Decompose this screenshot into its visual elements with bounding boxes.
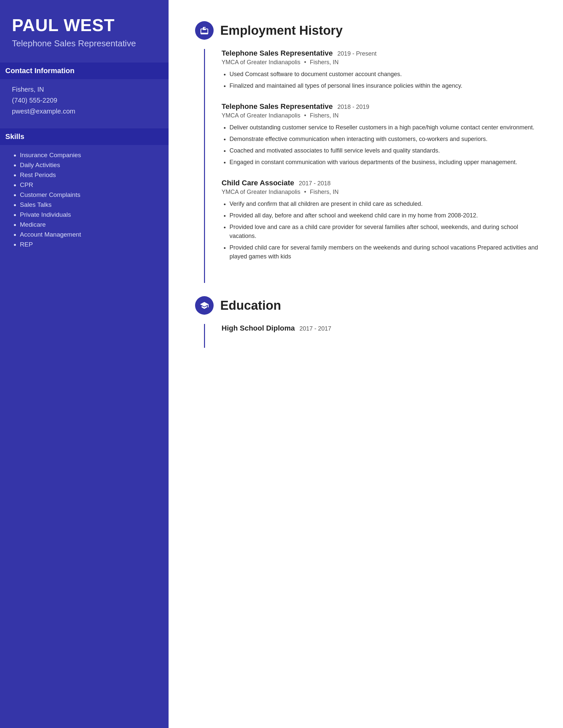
job-role: Telephone Sales Representative xyxy=(221,102,333,111)
job-role: Telephone Sales Representative xyxy=(221,49,333,58)
job-entry: Telephone Sales Representative2018 - 201… xyxy=(221,102,544,167)
job-role: Child Care Associate xyxy=(221,179,294,187)
job-entry: Telephone Sales Representative2019 - Pre… xyxy=(221,49,544,90)
job-company: YMCA of Greater Indianapolis • Fishers, … xyxy=(221,59,544,66)
job-bullet: Provided love and care as a child care p… xyxy=(229,223,544,241)
job-company: YMCA of Greater Indianapolis • Fishers, … xyxy=(221,112,544,119)
edu-dates: 2017 - 2017 xyxy=(300,325,331,332)
job-bullet: Engaged in constant communication with v… xyxy=(229,158,544,167)
education-section: Education High School Diploma2017 - 2017 xyxy=(195,296,544,348)
skill-item: Customer Complaints xyxy=(20,191,157,199)
skills-header: Skills xyxy=(0,128,168,145)
education-title-row: Education xyxy=(195,296,544,315)
job-title-row: Telephone Sales Representative2018 - 201… xyxy=(221,102,544,111)
education-section-title: Education xyxy=(220,298,281,313)
skill-item: REP xyxy=(20,241,157,248)
job-entry: Child Care Associate2017 - 2018YMCA of G… xyxy=(221,179,544,261)
job-title-row: Telephone Sales Representative2019 - Pre… xyxy=(221,49,544,58)
employment-section-title: Employment History xyxy=(220,23,343,38)
employment-timeline: Telephone Sales Representative2019 - Pre… xyxy=(204,49,544,283)
sidebar: PAUL WEST Telephone Sales Representative… xyxy=(0,0,168,728)
skills-list: Insurance CompaniesDaily ActivitiesRest … xyxy=(12,152,157,248)
contact-section: Contact Information Fishers, IN (740) 55… xyxy=(12,63,157,115)
skill-item: Rest Periods xyxy=(20,171,157,179)
job-dates: 2018 - 2019 xyxy=(338,104,369,111)
job-dates: 2017 - 2018 xyxy=(299,180,331,187)
edu-degree: High School Diploma xyxy=(221,324,295,333)
education-timeline: High School Diploma2017 - 2017 xyxy=(204,324,544,348)
job-bullet: Coached and motivated associates to fulf… xyxy=(229,146,544,155)
employment-section: Employment History Telephone Sales Repre… xyxy=(195,21,544,283)
contact-location: Fishers, IN xyxy=(12,86,157,93)
skill-item: Account Management xyxy=(20,231,157,238)
job-bullet: Verify and confirm that all children are… xyxy=(229,200,544,208)
job-bullet: Finalized and maintained all types of pe… xyxy=(229,81,544,90)
edu-degree-row: High School Diploma2017 - 2017 xyxy=(221,324,544,333)
job-bullet: Deliver outstanding customer service to … xyxy=(229,123,544,132)
job-title-row: Child Care Associate2017 - 2018 xyxy=(221,179,544,187)
skill-item: Private Individuals xyxy=(20,211,157,218)
job-dates: 2019 - Present xyxy=(338,50,377,57)
job-bullet: Provided all day, before and after schoo… xyxy=(229,211,544,220)
skill-item: Sales Talks xyxy=(20,201,157,208)
skill-item: CPR xyxy=(20,181,157,189)
job-bullet: Used Comcast software to document custom… xyxy=(229,70,544,79)
skill-item: Medicare xyxy=(20,221,157,228)
skills-section: Skills Insurance CompaniesDaily Activiti… xyxy=(12,128,157,248)
contact-header: Contact Information xyxy=(0,63,168,79)
contact-phone: (740) 555-2209 xyxy=(12,97,157,104)
job-bullets: Used Comcast software to document custom… xyxy=(221,70,544,90)
name-title-block: PAUL WEST Telephone Sales Representative xyxy=(12,16,157,49)
education-icon xyxy=(195,296,213,315)
skill-item: Daily Activities xyxy=(20,161,157,169)
main-content: Employment History Telephone Sales Repre… xyxy=(168,0,563,728)
job-bullets: Verify and confirm that all children are… xyxy=(221,200,544,261)
employment-title-row: Employment History xyxy=(195,21,544,40)
job-bullet: Demonstrate effective communication when… xyxy=(229,135,544,144)
contact-email: pwest@example.com xyxy=(12,108,157,115)
edu-entry: High School Diploma2017 - 2017 xyxy=(221,324,544,333)
employment-icon xyxy=(195,21,213,40)
job-company: YMCA of Greater Indianapolis • Fishers, … xyxy=(221,189,544,196)
job-bullet: Provided child care for several family m… xyxy=(229,243,544,261)
job-bullets: Deliver outstanding customer service to … xyxy=(221,123,544,167)
skill-item: Insurance Companies xyxy=(20,152,157,159)
candidate-name: PAUL WEST xyxy=(12,16,157,35)
candidate-job-title: Telephone Sales Representative xyxy=(12,38,157,49)
